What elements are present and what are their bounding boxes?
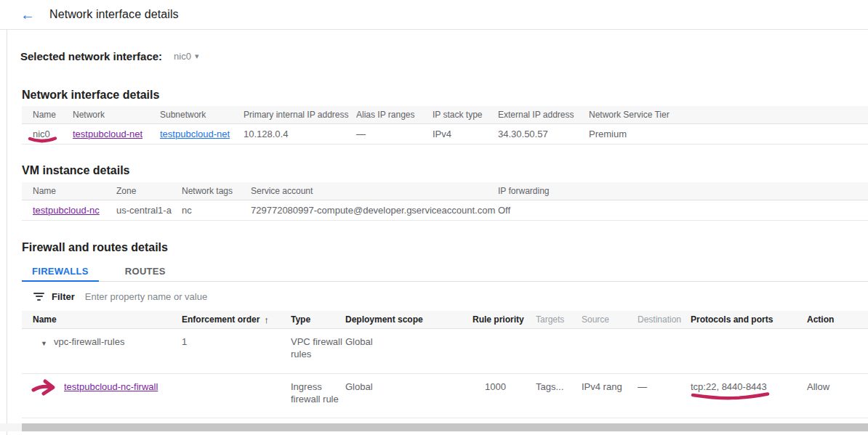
filter-label[interactable]: Filter [52,291,75,302]
external-ip-value: 34.30.50.57 [498,129,589,139]
vm-table-header: Name Zone Network tags Service account I… [22,182,868,200]
nic-table: Name Network Subnetwork Primary internal… [22,106,868,145]
table-row: nic0 testpubcloud-net testpubcloud-net 1… [22,124,868,145]
filter-icon[interactable] [33,293,44,301]
fw-deployment-scope-value: Global [345,374,465,393]
network-interface-dropdown[interactable]: nic0 ▾ [174,51,198,62]
nic-col-external-ip: External IP address [498,110,589,120]
fw-col-rule-priority: Rule priority [465,314,536,325]
selector-label: Selected network interface: [20,50,162,62]
table-row: testpubcloud-nc-firwall Ingress firewall… [22,374,868,418]
nic-section-title: Network interface details [22,89,868,102]
fw-action-value: Allow [807,374,868,393]
page-title: Network interface details [49,8,179,21]
fw-col-name: Name [22,314,182,325]
ip-stack-type-value: IPv4 [433,129,498,139]
nic-col-alias-ranges: Alias IP ranges [356,110,433,120]
left-divider [7,30,7,435]
fw-col-protocols-ports: Protocols and ports [691,314,807,325]
sort-ascending-icon: ↑ [264,314,269,325]
nic-col-primary-ip: Primary internal IP address [244,110,356,120]
fw-targets-value: Tags... [536,374,582,393]
fw-col-type: Type [291,314,345,325]
table-row: ▼ vpc-firewall-rules 1 VPC firewall rule… [22,329,868,374]
filter-input[interactable] [85,291,521,302]
network-interface-selector-row: Selected network interface: nic0 ▾ [20,49,868,62]
vm-table: Name Zone Network tags Service account I… [22,182,868,221]
vm-col-name: Name [22,186,116,196]
vm-instance-link[interactable]: testpubcloud-nc [33,205,100,216]
fw-source-value: IPv4 rang [582,374,638,393]
fw-deployment-scope-value: Global [345,329,465,348]
back-arrow-button[interactable]: ← [19,6,36,23]
horizontal-scrollbar-thumb[interactable] [22,423,868,431]
selected-interface-value: nic0 [174,51,191,62]
horizontal-scrollbar-track[interactable] [0,423,868,431]
fw-destination-value: — [638,374,691,393]
network-service-tier-value: Premium [589,129,868,139]
nic-name-value: nic0 [22,129,73,139]
firewall-table: Name Enforcement order ↑ Type Deployment… [22,311,868,418]
nic-col-subnetwork: Subnetwork [160,110,244,120]
firewall-section-title: Firewall and routes details [22,241,868,254]
vm-col-ip-forwarding: IP forwarding [498,186,868,196]
fw-col-deployment-scope: Deployment scope [345,314,465,325]
chevron-down-icon: ▾ [195,52,199,61]
fw-col-destination: Destination [638,314,691,325]
fw-type-value: VPC firewall rules [291,329,345,360]
vm-section-title: VM instance details [22,164,868,177]
primary-internal-ip-value: 10.128.0.4 [244,129,356,139]
nic-table-header: Name Network Subnetwork Primary internal… [22,106,868,124]
back-arrow-icon: ← [20,7,35,23]
nic-col-ip-stack: IP stack type [433,110,498,120]
firewall-rule-link[interactable]: testpubcloud-nc-firwall [64,381,158,392]
service-account-value: 729772080997-compute@developer.gservicea… [251,205,498,216]
vm-col-network-tags: Network tags [182,186,251,196]
vm-col-service-account: Service account [251,186,498,196]
tab-routes[interactable]: ROUTES [115,261,176,281]
firewall-table-header: Name Enforcement order ↑ Type Deployment… [22,311,868,329]
fw-type-value: Ingress firewall rule [291,374,345,405]
nic-col-name: Name [22,110,73,120]
network-tags-value: nc [182,205,251,216]
tab-firewalls[interactable]: FIREWALLS [22,261,99,281]
network-link[interactable]: testpubcloud-net [73,129,142,139]
fw-col-targets: Targets [536,314,582,325]
zone-value: us-central1-a [116,205,182,216]
fw-protocols-ports-value: tcp:22, 8440-8443 [691,374,807,393]
subnetwork-link[interactable]: testpubcloud-net [160,129,230,139]
collapse-row-icon[interactable]: ▼ [41,336,47,350]
filter-bar: Filter [22,282,868,311]
fw-col-action: Action [807,314,868,325]
fw-rule-priority-value: 1000 [465,374,536,393]
firewall-routes-tabbar: FIREWALLS ROUTES [22,261,868,282]
ip-forwarding-value: Off [498,205,868,216]
nic-col-network: Network [73,110,160,120]
alias-ip-ranges-value: — [356,129,433,139]
fw-col-enforcement-order[interactable]: Enforcement order ↑ [182,314,291,325]
vm-col-zone: Zone [116,186,182,196]
fw-col-source: Source [582,314,638,325]
fw-group-name: vpc-firewall-rules [54,336,125,348]
nic-col-service-tier: Network Service Tier [589,110,868,120]
fw-enforcement-order-value: 1 [182,329,291,348]
table-row: testpubcloud-nc us-central1-a nc 7297720… [22,200,868,221]
page-header: ← Network interface details [0,0,868,30]
